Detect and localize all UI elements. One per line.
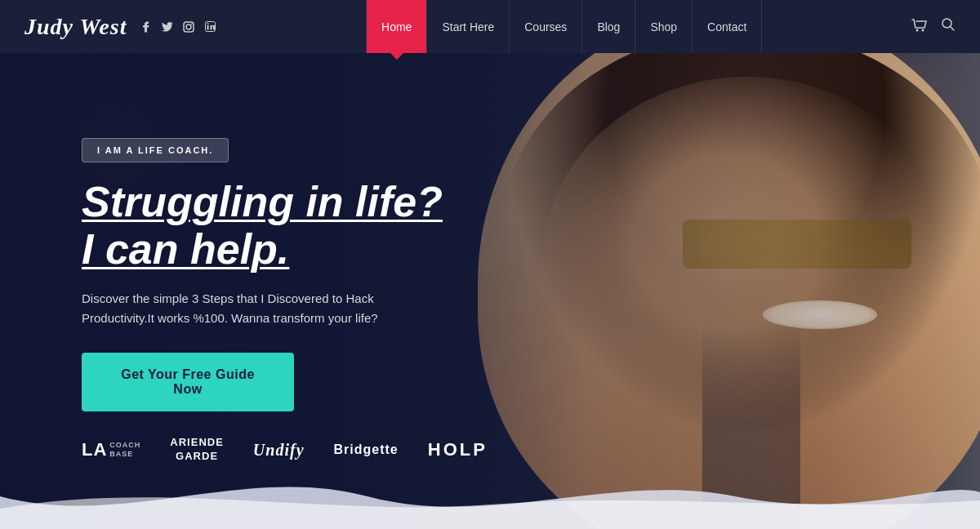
cart-icon[interactable] (911, 16, 928, 37)
brand-la-coach-base: LA COACHBASE (82, 439, 140, 460)
cta-button[interactable]: Get Your Free Guide Now (82, 353, 294, 411)
svg-point-2 (191, 23, 193, 24)
header: Judy West (0, 0, 980, 53)
brand-logos: LA COACHBASE ariendegarde Undify Bridget… (82, 436, 488, 464)
hero-title-line1: Struggling in life? (82, 178, 443, 225)
brand-undify: Undify (253, 441, 305, 460)
nav-item-courses[interactable]: Courses (510, 0, 581, 53)
svg-rect-4 (207, 25, 208, 30)
hero-subtitle: Discover the simple 3 Steps that I Disco… (82, 289, 425, 328)
hero-title: Struggling in life? I can help. (82, 179, 490, 272)
nav-item-start-here[interactable]: Start Here (427, 0, 509, 53)
twitter-icon[interactable] (161, 20, 174, 33)
facebook-icon[interactable] (140, 20, 153, 33)
svg-point-7 (922, 29, 924, 32)
social-icons (140, 20, 216, 33)
brand-bridgette: Bridgette (334, 442, 399, 457)
instagram-icon[interactable] (182, 20, 195, 33)
hero-title-line2: I can help. (82, 225, 289, 273)
site-logo[interactable]: Judy West (24, 14, 127, 40)
nav-item-shop[interactable]: Shop (635, 0, 692, 53)
nav-item-home[interactable]: Home (367, 0, 426, 53)
svg-rect-0 (184, 22, 194, 32)
search-icon[interactable] (941, 17, 956, 36)
svg-point-8 (942, 19, 951, 28)
header-icons (911, 16, 956, 37)
brand-ariende-garde: ariendegarde (170, 436, 224, 464)
nav-item-contact[interactable]: Contact (693, 0, 761, 53)
header-left: Judy West (24, 14, 216, 40)
hero-section: I AM A LIFE COACH. Struggling in life? I… (0, 53, 980, 529)
svg-point-6 (916, 29, 919, 32)
brand-holp: HOLP (428, 439, 488, 460)
wave-decoration (0, 464, 980, 529)
nav-item-blog[interactable]: Blog (582, 0, 635, 53)
nav-divider (761, 0, 762, 53)
svg-point-5 (207, 23, 208, 24)
main-nav: Home Start Here Courses Blog Shop Contac… (366, 0, 762, 53)
la-text: LA (82, 439, 107, 460)
linkedin-icon[interactable] (203, 20, 216, 33)
la-sub-text: COACHBASE (109, 441, 140, 459)
hero-badge: I AM A LIFE COACH. (82, 138, 229, 162)
svg-point-1 (186, 24, 191, 29)
